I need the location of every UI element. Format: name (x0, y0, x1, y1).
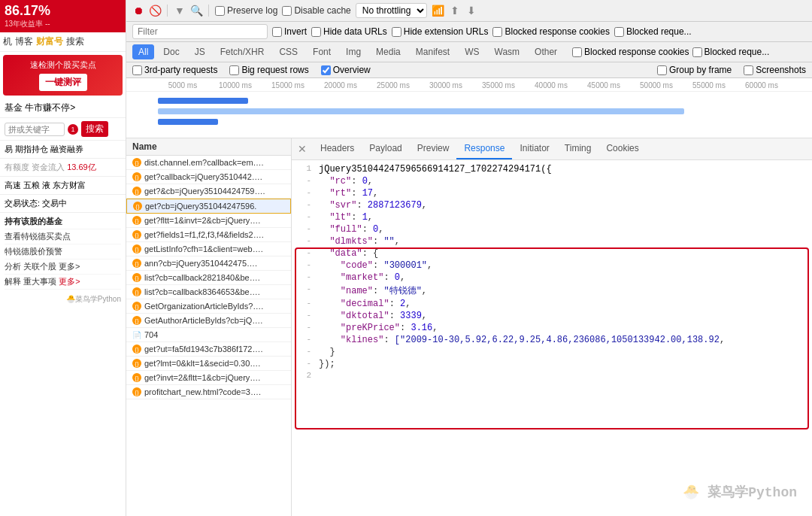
tab-all[interactable]: All (132, 44, 154, 59)
tab-headers[interactable]: Headers (313, 138, 362, 159)
blocked-response-label[interactable]: Blocked response cookies (572, 47, 689, 57)
timeline-bar-2 (158, 108, 684, 114)
request-item[interactable]: 📄704 (126, 328, 291, 342)
throttle-select[interactable]: No throttling Slow 3G Fast 3G Offline (356, 3, 427, 18)
request-item[interactable]: {}ann?cb=jQuery3510442475…. (126, 256, 291, 271)
clear-icon[interactable]: 🚫 (149, 5, 161, 17)
sidebar-links: 易 期指持仓 融资融券 (0, 141, 126, 159)
code-line: 1jQuery351044247596566914127_17022742941… (292, 163, 812, 175)
request-item[interactable]: {}get?fltt=1&invt=2&cb=jQuery…. (126, 214, 291, 228)
sidebar-more[interactable]: 更多> (59, 277, 80, 286)
search-button[interactable]: 搜索 (81, 121, 108, 137)
upload-icon[interactable]: ⬆ (449, 5, 461, 17)
tab-doc[interactable]: Doc (157, 44, 185, 59)
request-item[interactable]: {}list?cb=callback8364653&be…. (126, 285, 291, 299)
sidebar-nav-item-search[interactable]: 搜索 (66, 35, 84, 48)
preserve-log-label[interactable]: Preserve log (215, 5, 277, 16)
tab-font[interactable]: Font (307, 44, 337, 59)
tab-wasm[interactable]: Wasm (489, 44, 526, 59)
tab-cookies[interactable]: Cookies (598, 138, 646, 159)
line-number: 2 (292, 371, 319, 381)
hide-ext-urls-checkbox[interactable] (392, 27, 401, 37)
hide-ext-urls-label[interactable]: Hide extension URLs (392, 26, 489, 37)
request-item[interactable]: {}get?cb=jQuery351044247596. (126, 199, 291, 214)
tab-css[interactable]: CSS (273, 44, 304, 59)
tab-media[interactable]: Media (370, 44, 407, 59)
request-item[interactable]: {}get?lmt=0&klt=1&secid=0.30…. (126, 357, 291, 371)
blocked-cookies-label[interactable]: Blocked response cookies (492, 26, 609, 37)
ad-button[interactable]: 一键测评 (39, 74, 87, 91)
tab-ws[interactable]: WS (459, 44, 485, 59)
line-number: - (292, 224, 319, 235)
download-icon[interactable]: ⬇ (465, 5, 477, 17)
group-frame-label[interactable]: Group by frame (657, 65, 732, 75)
overview-label[interactable]: Overview (321, 65, 371, 75)
request-item[interactable]: {}list?cb=callback2821840&be…. (126, 271, 291, 285)
line-content: "name": "特锐德", (319, 284, 812, 297)
hide-data-urls-checkbox[interactable] (311, 27, 321, 37)
tab-fetch-xhr[interactable]: Fetch/XHR (214, 44, 271, 59)
tab-manifest[interactable]: Manifest (410, 44, 456, 59)
overview-checkbox[interactable] (321, 65, 331, 75)
tab-payload[interactable]: Payload (362, 138, 409, 159)
screenshots-checkbox[interactable] (744, 65, 753, 75)
filter-icon[interactable]: ▼ (174, 5, 186, 17)
third-party-checkbox[interactable] (132, 65, 142, 75)
invert-checkbox[interactable] (272, 27, 282, 37)
ruler-50000: 50000 ms (630, 81, 683, 90)
hide-data-urls-label[interactable]: Hide data URLs (311, 26, 387, 37)
blocked-requests-checkbox[interactable] (614, 27, 624, 37)
request-item[interactable]: {}getListInfo?cfh=1&client=web…. (126, 242, 291, 256)
code-line: - "dlmkts": "", (292, 235, 812, 247)
screenshots-label[interactable]: Screenshots (744, 65, 806, 75)
preserve-log-checkbox[interactable] (215, 6, 225, 16)
timeline: 5000 ms 10000 ms 15000 ms 20000 ms 25000… (126, 78, 812, 138)
request-item[interactable]: {}dist.channel.em?callback=em…. (126, 156, 291, 170)
tab-initiator[interactable]: Initiator (512, 138, 556, 159)
big-rows-checkbox[interactable] (229, 65, 239, 75)
code-line: - "rc": 0, (292, 175, 812, 187)
big-rows-label[interactable]: Big request rows (229, 65, 308, 75)
request-item[interactable]: {}get?&cb=jQuery35104424759…. (126, 184, 291, 199)
tab-timing[interactable]: Timing (557, 138, 599, 159)
third-party-label[interactable]: 3rd-party requests (132, 65, 217, 75)
code-line: - "full": 0, (292, 223, 812, 235)
group-frame-checkbox[interactable] (657, 65, 667, 75)
tab-js[interactable]: JS (189, 44, 211, 59)
tab-response[interactable]: Response (456, 138, 512, 159)
request-item[interactable]: {}get?callback=jQuery3510442…. (126, 170, 291, 184)
request-item[interactable]: {}get?fields1=f1,f2,f3,f4&fields2…. (126, 228, 291, 242)
ruler-55000: 55000 ms (683, 81, 735, 90)
record-icon[interactable]: ⏺ (132, 5, 144, 17)
sidebar-check-buy[interactable]: 查看特锐德买卖点 (5, 229, 121, 244)
request-item[interactable]: {}GetOrganizationArticleByIds?…. (126, 299, 291, 314)
tab-other[interactable]: Other (529, 44, 563, 59)
tab-preview[interactable]: Preview (410, 138, 457, 159)
line-content: }); (319, 359, 812, 369)
sidebar-nav-item-blog[interactable]: 博客 (15, 35, 33, 48)
tab-img[interactable]: Img (340, 44, 367, 59)
request-item[interactable]: {}get?invt=2&fltt=1&cb=jQuery…. (126, 371, 291, 385)
xhr-icon: {} (132, 345, 141, 354)
blocked-cookies-checkbox[interactable] (492, 27, 502, 37)
request-item[interactable]: {}get?ut=fa5fd1943c7b386f172…. (126, 342, 291, 357)
close-panel-button[interactable]: ✕ (298, 143, 307, 155)
disable-cache-label[interactable]: Disable cache (282, 5, 350, 16)
request-item[interactable]: {}profitchart_new.html?code=3…. (126, 385, 291, 399)
toolbar-sep-1 (167, 5, 168, 17)
sidebar-price-alert[interactable]: 特锐德股价预警 (5, 244, 121, 260)
filter-input[interactable] (132, 24, 268, 39)
blocked-req-label2[interactable]: Blocked reque... (692, 47, 770, 57)
blocked-requests-label[interactable]: Blocked reque... (614, 26, 692, 37)
request-item[interactable]: {}GetAuthorArticleByIds?cb=jQ…. (126, 314, 291, 328)
line-content: "decimal": 2, (319, 299, 812, 309)
invert-label[interactable]: Invert (272, 26, 307, 37)
search-icon[interactable]: 🔍 (190, 5, 202, 17)
sidebar-nav-item-ji[interactable]: 机 (3, 35, 12, 48)
disable-cache-checkbox[interactable] (282, 6, 292, 16)
sidebar-nav-item-wealth[interactable]: 财富号 (36, 35, 63, 48)
blocked-response-checkbox[interactable] (572, 47, 582, 57)
blocked-req-checkbox2[interactable] (692, 47, 702, 57)
sidebar-funds-text: 基金 牛市赚不停> (5, 102, 75, 113)
search-input[interactable] (5, 123, 65, 136)
